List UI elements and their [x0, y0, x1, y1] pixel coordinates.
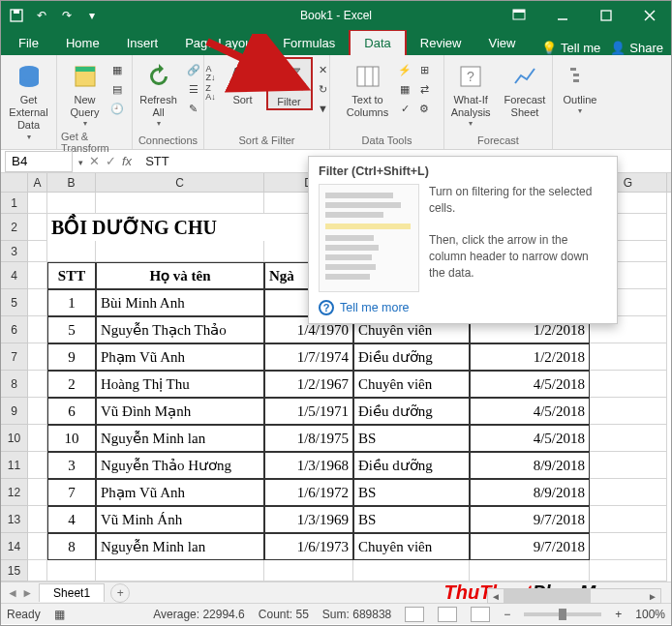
cell-dob[interactable]: 1/3/1969 — [264, 506, 353, 533]
cell-stt[interactable]: 3 — [47, 452, 96, 479]
connections-icon[interactable]: 🔗 — [185, 61, 202, 78]
select-all-corner[interactable] — [1, 173, 28, 193]
row-header[interactable]: 7 — [1, 343, 27, 371]
recent-sources-icon[interactable]: 🕘 — [108, 100, 126, 117]
scroll-right-icon[interactable]: ► — [645, 589, 660, 603]
cell-name[interactable]: Nguyễn Minh lan — [96, 533, 264, 560]
refresh-all-button[interactable]: Refresh All▾ — [134, 57, 183, 129]
name-box-dropdown-icon[interactable] — [76, 154, 83, 168]
zoom-slider[interactable] — [524, 612, 601, 616]
new-query-button[interactable]: New Query▾ — [64, 57, 107, 129]
cell-role[interactable]: Chuyên viên — [353, 371, 470, 398]
row-header[interactable]: 12 — [1, 479, 27, 506]
outline-button[interactable]: Outline▾ — [558, 57, 603, 116]
ribbon-options-icon[interactable] — [497, 1, 540, 30]
cell-dob[interactable]: 1/5/1971 — [264, 398, 353, 425]
cell-stt[interactable]: 1 — [47, 289, 96, 316]
cell-name[interactable]: Nguyễn Thảo Hương — [96, 452, 264, 479]
filter-button[interactable]: Filter — [266, 57, 313, 110]
cancel-formula-icon[interactable]: ✕ — [89, 154, 100, 168]
cell-date[interactable]: 8/9/2018 — [470, 479, 590, 506]
redo-icon[interactable]: ↷ — [55, 4, 78, 27]
tab-review[interactable]: Review — [407, 31, 475, 55]
header-hoten[interactable]: Họ và tên — [96, 262, 264, 289]
row-header[interactable]: 15 — [1, 560, 27, 581]
cell-dob[interactable]: 1/6/1972 — [264, 479, 353, 506]
enter-formula-icon[interactable]: ✓ — [106, 154, 116, 168]
tab-data[interactable]: Data — [349, 29, 406, 55]
cell-role[interactable]: BS — [353, 506, 470, 533]
flash-fill-icon[interactable]: ⚡ — [396, 61, 413, 78]
sheet-tab[interactable]: Sheet1 — [39, 583, 105, 602]
cell-stt[interactable]: 5 — [47, 316, 96, 343]
cell-name[interactable]: Phạm Vũ Anh — [96, 343, 264, 371]
col-header-A[interactable]: A — [28, 173, 47, 192]
close-icon[interactable] — [627, 1, 671, 30]
name-box[interactable] — [5, 151, 73, 172]
undo-icon[interactable]: ↶ — [30, 4, 53, 27]
tab-view[interactable]: View — [474, 31, 529, 55]
cell-role[interactable]: Điều dưỡng — [353, 452, 470, 479]
row-header[interactable]: 11 — [1, 452, 27, 479]
cell-name[interactable]: Phạm Vũ Anh — [96, 479, 264, 506]
cell-date[interactable]: 4/5/2018 — [470, 425, 590, 452]
maximize-icon[interactable] — [584, 1, 627, 30]
properties-icon[interactable]: ☰ — [185, 80, 202, 98]
fx-icon[interactable]: fx — [122, 154, 132, 168]
minimize-icon[interactable] — [540, 1, 584, 30]
header-stt[interactable]: STT — [47, 262, 96, 289]
cell-date[interactable]: 4/5/2018 — [470, 371, 590, 398]
reapply-icon[interactable]: ↻ — [315, 80, 332, 98]
edit-links-icon[interactable]: ✎ — [185, 100, 202, 117]
show-queries-icon[interactable]: ▦ — [108, 61, 126, 78]
cell-stt[interactable]: 6 — [47, 398, 96, 425]
cell-role[interactable]: Điều dưỡng — [353, 343, 470, 371]
sort-az-icon[interactable]: AZ↓ — [202, 65, 220, 82]
view-page-break-icon[interactable] — [471, 607, 490, 622]
cell-name[interactable]: Nguyễn Thạch Thảo — [96, 316, 264, 343]
row-header[interactable]: 14 — [1, 533, 27, 560]
share-button[interactable]: 👤 Share — [610, 41, 663, 55]
cell-date[interactable]: 4/5/2018 — [470, 398, 590, 425]
cell-date[interactable]: 9/7/2018 — [470, 506, 590, 533]
row-header[interactable]: 9 — [1, 398, 27, 425]
row-header[interactable]: 4 — [1, 262, 27, 289]
zoom-level[interactable]: 100% — [635, 608, 665, 621]
view-normal-icon[interactable] — [405, 607, 424, 622]
get-external-data-button[interactable]: Get External Data▾ — [3, 57, 53, 141]
cell-stt[interactable]: 2 — [47, 371, 96, 398]
cell-name[interactable]: Vũ Minh Ánh — [96, 506, 264, 533]
cell-name[interactable]: Hoàng Thị Thu — [96, 371, 264, 398]
cell-stt[interactable]: 7 — [47, 479, 96, 506]
cell-dob[interactable]: 1/8/1975 — [264, 425, 353, 452]
tab-formulas[interactable]: Formulas — [269, 31, 349, 55]
tab-insert[interactable]: Insert — [113, 31, 172, 55]
zoom-in-icon[interactable]: + — [615, 608, 622, 621]
save-icon[interactable] — [5, 4, 28, 27]
cell-role[interactable]: BS — [353, 479, 470, 506]
horizontal-scrollbar[interactable]: ◄ ► — [487, 588, 661, 604]
cell-stt[interactable]: 9 — [47, 343, 96, 371]
text-to-columns-button[interactable]: Text to Columns — [341, 57, 394, 119]
row-header[interactable]: 8 — [1, 371, 27, 398]
formula-content[interactable]: STT — [137, 154, 169, 168]
cell-role[interactable]: Chuyên viên — [353, 533, 470, 560]
clear-filter-icon[interactable]: ✕ — [315, 61, 332, 78]
cell-stt[interactable]: 8 — [47, 533, 96, 560]
cell-dob[interactable]: 1/2/1967 — [264, 371, 353, 398]
cell-role[interactable]: Điều dưỡng — [353, 398, 470, 425]
row-header[interactable]: 3 — [1, 241, 27, 262]
col-header-C[interactable]: C — [96, 173, 264, 192]
row-header[interactable]: 6 — [1, 316, 27, 343]
cell-date[interactable]: 8/9/2018 — [470, 452, 590, 479]
col-header-B[interactable]: B — [47, 173, 96, 192]
view-page-layout-icon[interactable] — [438, 607, 457, 622]
add-sheet-button[interactable]: + — [110, 583, 130, 603]
tab-home[interactable]: Home — [52, 31, 113, 55]
relationships-icon[interactable]: ⇄ — [415, 80, 433, 98]
cell-name[interactable]: Bùi Minh Anh — [96, 289, 264, 316]
status-recording-icon[interactable]: ▦ — [54, 608, 65, 621]
whatif-button[interactable]: ? What-If Analysis▾ — [445, 57, 497, 129]
cell-stt[interactable]: 10 — [47, 425, 96, 452]
cell-dob[interactable]: 1/6/1973 — [264, 533, 353, 560]
